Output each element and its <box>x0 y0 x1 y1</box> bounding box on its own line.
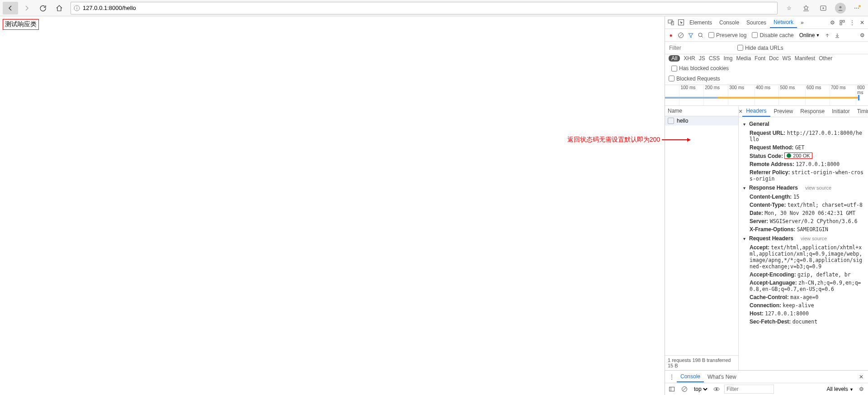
page-content: 测试响应类 返回状态码无需设置默认即为200 <box>0 16 665 395</box>
chip-doc[interactable]: Doc <box>769 55 778 62</box>
svg-rect-12 <box>840 23 842 25</box>
inspect-icon[interactable] <box>676 18 686 28</box>
favorite-icon[interactable]: ☆ <box>781 2 797 14</box>
drawer-close-icon[interactable]: ✕ <box>856 372 866 382</box>
network-filter-input[interactable] <box>667 43 730 52</box>
console-clear-icon[interactable] <box>679 384 689 394</box>
svg-line-16 <box>702 36 703 38</box>
request-row[interactable]: hello <box>665 116 738 125</box>
chip-img[interactable]: Img <box>723 55 732 62</box>
blocked-cookies-checkbox[interactable]: Has blocked cookies <box>669 65 731 71</box>
settings-gear-icon[interactable]: ⚙ <box>827 18 837 28</box>
device-toggle-icon[interactable] <box>666 18 676 28</box>
preserve-log-checkbox[interactable]: Preserve log <box>706 32 749 38</box>
chip-media[interactable]: Media <box>736 55 751 62</box>
request-summary: 1 requests 198 B transferred 15 B <box>665 355 738 370</box>
console-settings-icon[interactable]: ⚙ <box>856 384 866 394</box>
detail-tab-preview[interactable]: Preview <box>770 106 797 116</box>
filter-toggle-icon[interactable] <box>686 30 696 40</box>
tab-overflow[interactable]: » <box>797 18 807 28</box>
upload-har-icon[interactable] <box>822 30 832 40</box>
record-icon[interactable]: ● <box>666 30 676 40</box>
tab-console[interactable]: Console <box>716 18 743 28</box>
detail-tab-response[interactable]: Response <box>797 106 828 116</box>
view-source-request[interactable]: view source <box>801 236 827 241</box>
browser-nav-bar: ☆ ⋯ <box>0 0 868 16</box>
chip-other[interactable]: Other <box>819 55 832 62</box>
live-expr-icon[interactable] <box>712 384 722 394</box>
chip-xhr[interactable]: XHR <box>684 55 695 62</box>
search-icon[interactable] <box>696 30 706 40</box>
detail-tab-headers[interactable]: Headers <box>742 106 770 117</box>
forward-button[interactable] <box>19 2 34 14</box>
info-icon <box>74 5 80 11</box>
svg-rect-11 <box>843 20 844 22</box>
svg-point-22 <box>716 388 717 390</box>
chip-all[interactable]: All <box>669 55 680 62</box>
favorites-bar-icon[interactable] <box>798 2 814 14</box>
refresh-button[interactable] <box>35 2 51 14</box>
more-icon[interactable]: ⋯ <box>850 2 865 14</box>
clear-icon[interactable] <box>676 30 686 40</box>
address-bar[interactable] <box>71 2 778 14</box>
status-dot-icon <box>787 153 791 158</box>
view-source-response[interactable]: view source <box>805 185 831 190</box>
svg-rect-17 <box>670 387 675 391</box>
request-list-header[interactable]: Name <box>665 106 738 116</box>
section-general[interactable]: General <box>743 119 863 129</box>
console-sidebar-icon[interactable] <box>667 384 677 394</box>
tab-elements[interactable]: Elements <box>686 18 716 28</box>
chip-ws[interactable]: WS <box>782 55 791 62</box>
network-settings-icon[interactable]: ⚙ <box>857 30 867 40</box>
file-icon <box>668 118 674 124</box>
customize-icon[interactable] <box>837 18 847 28</box>
download-har-icon[interactable] <box>832 30 842 40</box>
svg-line-14 <box>679 33 683 37</box>
section-response-headers[interactable]: Response Headersview source <box>743 183 863 193</box>
svg-line-20 <box>683 387 686 391</box>
chip-css[interactable]: CSS <box>709 55 720 62</box>
tab-sources[interactable]: Sources <box>743 18 770 28</box>
blocked-requests-checkbox[interactable]: Blocked Requests <box>666 76 723 82</box>
throttling-select[interactable]: Online ▼ <box>797 32 823 38</box>
chip-manifest[interactable]: Manifest <box>795 55 815 62</box>
annotation-arrow <box>662 139 689 140</box>
chip-js[interactable]: JS <box>699 55 705 62</box>
section-request-headers[interactable]: Request Headersview source <box>743 233 863 243</box>
devtools-close-icon[interactable]: ✕ <box>857 18 867 28</box>
drawer-tab-whatsnew[interactable]: What's New <box>704 372 740 382</box>
log-levels-select[interactable]: All levels ▼ <box>826 386 854 392</box>
detail-tab-timing[interactable]: Timing <box>854 106 868 116</box>
context-select[interactable]: top <box>692 385 709 393</box>
back-button[interactable] <box>3 2 18 14</box>
svg-rect-10 <box>840 20 842 22</box>
svg-point-6 <box>840 6 842 8</box>
drawer-tab-console[interactable]: Console <box>677 371 704 382</box>
detail-tab-initiator[interactable]: Initiator <box>828 106 853 116</box>
status-code-badge: 200 OK <box>784 152 812 159</box>
annotation-text: 返回状态码无需设置默认即为200 <box>567 136 660 144</box>
console-filter-input[interactable] <box>724 385 774 394</box>
detail-close-icon[interactable]: × <box>739 108 742 115</box>
chip-font[interactable]: Font <box>755 55 765 62</box>
page-body-text: 测试响应类 <box>3 19 39 30</box>
home-button[interactable] <box>52 2 67 14</box>
svg-point-15 <box>698 33 702 37</box>
waterfall-timeline[interactable]: 100 ms 200 ms 300 ms 400 ms 500 ms 600 m… <box>665 85 868 106</box>
disable-cache-checkbox[interactable]: Disable cache <box>749 32 796 38</box>
url-input[interactable] <box>83 5 774 11</box>
devtools-panel: Elements Console Sources Network » ⚙ ⋮ ✕… <box>665 16 868 395</box>
dock-menu-icon[interactable]: ⋮ <box>847 18 857 28</box>
tab-network[interactable]: Network <box>770 17 797 28</box>
profile-avatar[interactable] <box>833 2 848 14</box>
collections-icon[interactable] <box>816 2 831 14</box>
drawer-menu-icon[interactable]: ⋮ <box>667 372 677 382</box>
hide-data-urls-checkbox[interactable]: Hide data URLs <box>735 45 786 51</box>
svg-point-2 <box>76 6 77 7</box>
